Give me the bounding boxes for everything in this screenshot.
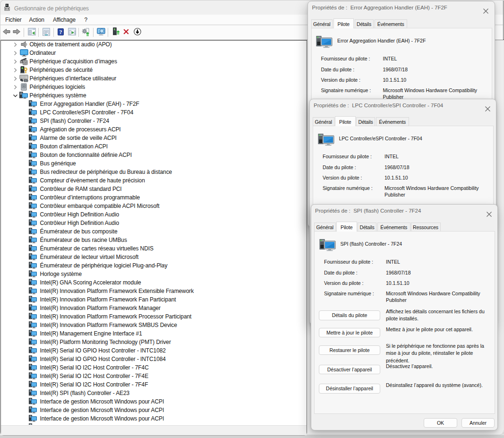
- svg-text:?: ?: [60, 29, 62, 35]
